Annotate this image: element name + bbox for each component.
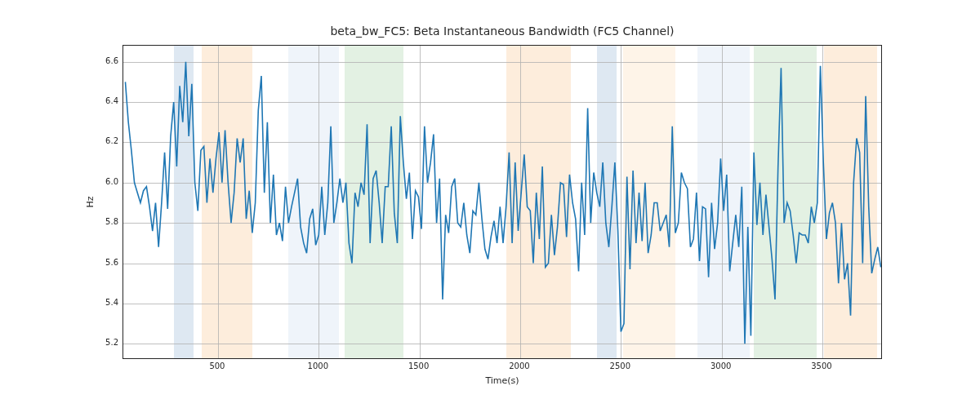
x-tick-label: 3000	[697, 361, 746, 370]
y-tick-label: 5.4	[90, 298, 118, 307]
x-tick-label: 500	[193, 361, 242, 370]
x-tick-label: 2000	[495, 361, 544, 370]
y-axis-label-text: Hz	[84, 196, 95, 207]
y-tick-label: 5.2	[90, 338, 118, 347]
y-axis-label: Hz	[82, 45, 98, 359]
line-series	[123, 46, 881, 358]
y-tick-label: 6.6	[90, 56, 118, 65]
y-tick-label: 5.8	[90, 217, 118, 226]
y-tick-label: 6.4	[90, 96, 118, 105]
y-tick-label: 5.6	[90, 258, 118, 267]
x-tick-label: 1000	[293, 361, 342, 370]
y-tick-label: 6.2	[90, 136, 118, 145]
x-tick-label: 1500	[394, 361, 443, 370]
plot-area	[122, 45, 882, 359]
y-tick-label: 6.0	[90, 177, 118, 186]
x-tick-label: 2500	[595, 361, 644, 370]
x-axis-label: Time(s)	[122, 375, 882, 386]
chart-title: beta_bw_FC5: Beta Instantaneous Bandwidt…	[122, 24, 882, 38]
figure: beta_bw_FC5: Beta Instantaneous Bandwidt…	[0, 0, 980, 408]
x-tick-label: 3500	[797, 361, 846, 370]
